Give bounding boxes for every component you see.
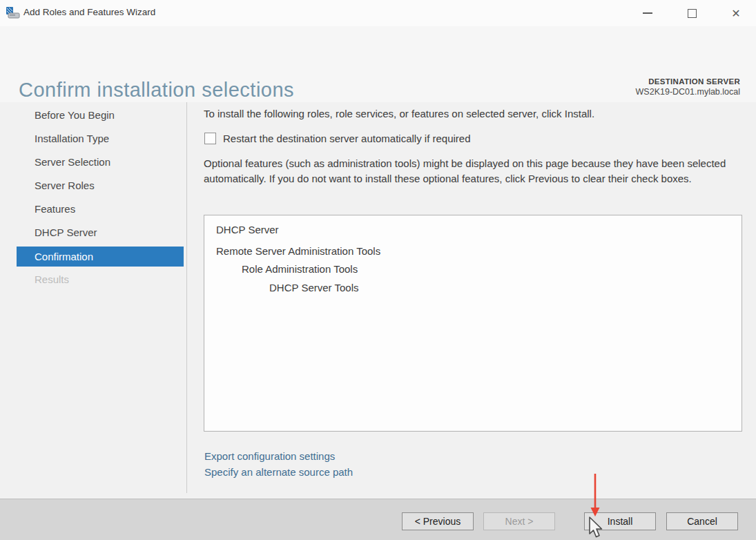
wizard-app-icon xyxy=(6,7,21,19)
titlebar: Add Roles and Features Wizard ✕ xyxy=(0,0,756,26)
destination-server-block: DESTINATION SERVER WS2K19-DC01.mylab.loc… xyxy=(636,77,740,97)
restart-checkbox-label[interactable]: Restart the destination server automatic… xyxy=(223,133,471,144)
sidebar-item-dhcp-server[interactable]: DHCP Server xyxy=(17,221,184,244)
close-icon: ✕ xyxy=(731,7,740,20)
window-title: Add Roles and Features Wizard xyxy=(23,7,155,17)
sidebar-item-confirmation[interactable]: Confirmation xyxy=(17,247,184,267)
page-header: Confirm installation selections DESTINAT… xyxy=(0,26,756,102)
page-title: Confirm installation selections xyxy=(19,79,294,102)
cancel-button[interactable]: Cancel xyxy=(666,512,738,530)
sidebar-item-results: Results xyxy=(17,268,184,291)
selected-items-listbox[interactable]: DHCP Server Remote Server Administration… xyxy=(204,215,742,432)
sidebar-item-installation-type[interactable]: Installation Type xyxy=(17,127,184,151)
sidebar-item-server-selection[interactable]: Server Selection xyxy=(17,151,184,174)
restart-checkbox-row: Restart the destination server automatic… xyxy=(204,133,471,144)
previous-button[interactable]: < Previous xyxy=(402,512,474,530)
selection-dhcp-server-tools[interactable]: DHCP Server Tools xyxy=(216,282,742,293)
sidebar-item-before-you-begin[interactable]: Before You Begin xyxy=(17,104,184,127)
wizard-window: Add Roles and Features Wizard ✕ Confirm … xyxy=(0,0,756,540)
close-button[interactable]: ✕ xyxy=(724,2,748,24)
destination-server-name: WS2K19-DC01.mylab.local xyxy=(636,87,740,97)
sidebar-item-server-roles[interactable]: Server Roles xyxy=(17,174,184,197)
export-configuration-link[interactable]: Export configuration settings xyxy=(204,450,335,462)
sidebar-divider xyxy=(186,102,187,493)
wizard-steps-sidebar: Before You Begin Installation Type Serve… xyxy=(17,104,184,291)
sidebar-item-features[interactable]: Features xyxy=(17,197,184,221)
maximize-button[interactable] xyxy=(680,2,704,24)
minimize-icon xyxy=(643,12,652,14)
maximize-icon xyxy=(688,9,697,18)
selection-role-admin-tools[interactable]: Role Administration Tools xyxy=(216,263,742,275)
restart-checkbox[interactable] xyxy=(204,133,216,144)
confirmation-content: To install the following roles, role ser… xyxy=(204,104,742,490)
selection-rsat[interactable]: Remote Server Administration Tools xyxy=(216,245,742,257)
destination-server-label: DESTINATION SERVER xyxy=(636,77,740,86)
footer-bar: < Previous Next > Install Cancel xyxy=(0,499,756,540)
alternate-source-path-link[interactable]: Specify an alternate source path xyxy=(204,466,353,478)
install-button[interactable]: Install xyxy=(584,512,656,530)
selection-dhcp-server[interactable]: DHCP Server xyxy=(216,224,742,235)
next-button: Next > xyxy=(483,512,555,530)
minimize-button[interactable] xyxy=(636,2,659,24)
optional-features-note: Optional features (such as administratio… xyxy=(204,156,739,186)
intro-text: To install the following roles, role ser… xyxy=(204,108,594,119)
